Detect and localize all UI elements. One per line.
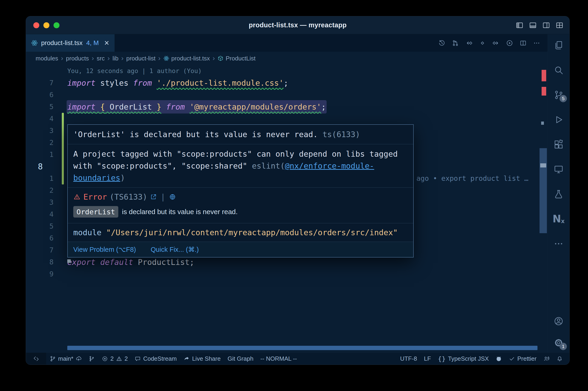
code-editor[interactable]: You, 12 seconds ago | 1 author (You) 7im…: [26, 65, 548, 352]
more-icon: [554, 239, 564, 249]
more-views-button[interactable]: [554, 239, 564, 249]
code-line[interactable]: 8export default ProductList;: [26, 256, 548, 268]
account-button[interactable]: [554, 316, 564, 326]
breadcrumb-item-modules[interactable]: modules: [36, 55, 58, 62]
tab-close-button[interactable]: ×: [104, 39, 109, 47]
codestream-status[interactable]: CodeStream: [131, 353, 180, 365]
breadcrumb-item-products[interactable]: products: [66, 55, 89, 62]
customize-layout-button[interactable]: [556, 21, 563, 29]
activity-bar-bottom: 1: [554, 307, 564, 348]
testing-view[interactable]: [554, 189, 564, 199]
breadcrumb-item-lib[interactable]: lib: [113, 55, 118, 62]
popup-resize-grip[interactable]: [67, 259, 71, 263]
eol-status[interactable]: LF: [420, 353, 434, 365]
live-share-status[interactable]: Live Share: [180, 353, 224, 365]
code-line[interactable]: 6: [26, 89, 548, 101]
tab-product-list[interactable]: product-list.tsx 4, M ×: [26, 34, 115, 52]
toggle-secondary-sidebar-button[interactable]: [542, 21, 550, 29]
more-actions-button[interactable]: [533, 39, 540, 47]
layout-sidebar-left-icon: [516, 21, 523, 29]
symbol-chip: OrderList: [73, 206, 118, 217]
language-status[interactable]: {}TypeScript JSX: [434, 353, 492, 365]
timeline-button[interactable]: [438, 39, 445, 47]
run-debug-icon: [554, 115, 564, 125]
git-graph-status[interactable]: Git Graph: [224, 353, 257, 365]
breadcrumb-item-product-list[interactable]: product-list: [126, 55, 156, 62]
react-icon: [163, 55, 169, 61]
status-bar-right: UTF-8LF{}TypeScript JSXPrettier: [397, 353, 569, 365]
run-file-button[interactable]: [506, 39, 513, 47]
scrollbar-thumb[interactable]: [540, 148, 547, 233]
code-line[interactable]: 5import { OrderList } from '@myreactapp/…: [26, 101, 548, 113]
source-control-view[interactable]: 5: [554, 90, 564, 100]
overview-mark: [542, 70, 546, 81]
line-number: 1: [26, 173, 54, 185]
minimize-button[interactable]: [43, 22, 49, 28]
next-change-button[interactable]: [493, 39, 500, 47]
diamond-icon: [479, 39, 486, 47]
comment-icon: [135, 356, 141, 362]
zoom-button[interactable]: [54, 22, 60, 28]
remote-explorer-view[interactable]: [554, 164, 564, 174]
layout-grid-icon: [556, 21, 563, 29]
breadcrumb-item-src[interactable]: src: [97, 55, 105, 62]
line-number: 9: [26, 268, 54, 280]
quick-fix-action[interactable]: Quick Fix... (⌘.): [151, 246, 199, 253]
branch-status[interactable]: main*: [46, 353, 85, 365]
settings-button[interactable]: 1: [554, 338, 564, 348]
tab-label: product-list.tsx: [41, 39, 83, 47]
toggle-primary-sidebar-button[interactable]: [516, 21, 523, 29]
compare-changes-button[interactable]: [452, 39, 459, 47]
split-editor-button[interactable]: [519, 39, 527, 47]
breadcrumb-item-product-list-tsx[interactable]: product-list.tsx: [163, 55, 210, 62]
extensions-view[interactable]: [554, 139, 564, 150]
breadcrumb-separator: ›: [121, 55, 124, 62]
nx-console-view[interactable]: Nx: [553, 214, 565, 224]
braces-icon: {}: [438, 356, 446, 362]
error-circle-icon: [102, 356, 108, 362]
overview-mark: [542, 87, 546, 96]
overview-ruler[interactable]: [539, 65, 548, 352]
horizontal-scrollbar[interactable]: [67, 346, 537, 350]
breadcrumb-item-productlist[interactable]: ProductList: [218, 55, 255, 62]
vim-mode[interactable]: -- NORMAL --: [257, 353, 300, 365]
code-line[interactable]: 4: [26, 113, 548, 125]
breadcrumb-separator: ›: [158, 55, 161, 62]
close-button[interactable]: [33, 22, 39, 28]
open-changes-button[interactable]: [479, 39, 486, 47]
git-graph-button[interactable]: [85, 353, 98, 365]
feedback-status[interactable]: [540, 353, 553, 365]
diagnostic-eslint: A project tagged with "scope:products" c…: [68, 144, 413, 188]
git-branch-icon: [50, 356, 56, 362]
search-web-icon[interactable]: [169, 194, 176, 200]
run-debug-view[interactable]: [554, 115, 564, 125]
previous-change-button[interactable]: [465, 39, 472, 47]
overview-mark: [541, 121, 544, 125]
toggle-panel-button[interactable]: [529, 21, 537, 29]
gitlens-annotation[interactable]: You, 12 seconds ago | 1 author (You): [26, 65, 548, 77]
editor-actions: [438, 34, 548, 52]
explorer-view[interactable]: [554, 40, 564, 50]
code-line[interactable]: 7import styles from './product-list.modu…: [26, 77, 548, 89]
code-line[interactable]: 9: [26, 268, 548, 280]
prettier-status[interactable]: Prettier: [505, 353, 540, 365]
run-icon: [506, 39, 513, 47]
encoding-status[interactable]: UTF-8: [397, 353, 420, 365]
line-number: 7: [26, 244, 54, 256]
line-number: 4: [26, 208, 54, 220]
notifications-button[interactable]: [553, 353, 566, 365]
problems-status[interactable]: 22: [98, 353, 131, 365]
error-warning-icon: [73, 193, 81, 200]
breadcrumb-separator: ›: [92, 55, 94, 62]
search-view[interactable]: [554, 65, 564, 75]
open-external-icon[interactable]: [150, 194, 157, 200]
github-status[interactable]: [492, 353, 505, 365]
status-bar: main*22CodeStreamLive ShareGit Graph-- N…: [26, 352, 569, 365]
remote-indicator[interactable]: [26, 353, 46, 365]
hover-diagnostics-popup: 'OrderList' is declared but its value is…: [67, 124, 414, 258]
view-problem-action[interactable]: View Problem (⌥F8): [73, 246, 136, 253]
warning-triangle-icon: [116, 356, 122, 362]
line-number: 6: [26, 232, 54, 244]
react-icon: [31, 39, 38, 46]
git-gutter-added-marker: [62, 113, 64, 185]
